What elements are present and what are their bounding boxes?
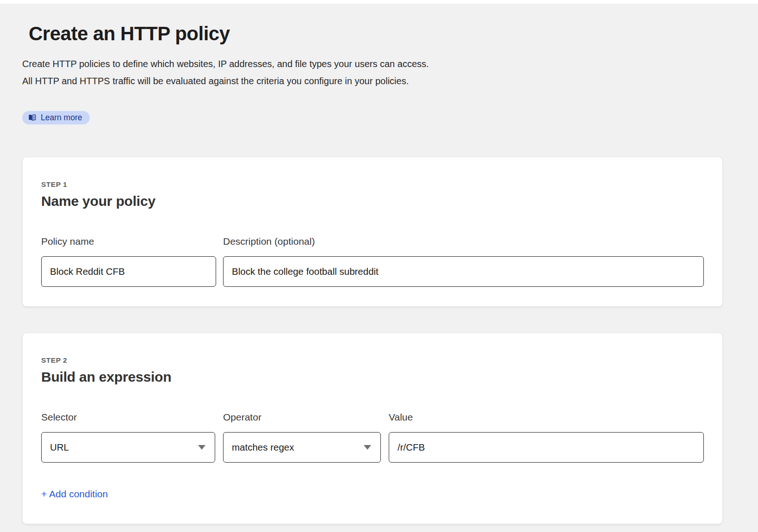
value-label: Value: [389, 412, 704, 423]
value-input[interactable]: [389, 432, 704, 463]
description-field-group: Description (optional): [223, 236, 704, 287]
learn-more-label: Learn more: [41, 113, 82, 123]
step1-label: STEP 1: [41, 180, 704, 189]
operator-label: Operator: [223, 412, 381, 423]
learn-more-button[interactable]: Learn more: [22, 111, 90, 124]
selector-field-group: Selector URL: [41, 412, 215, 463]
description-input[interactable]: [223, 256, 704, 287]
page-description: Create HTTP policies to define which web…: [22, 56, 736, 90]
step2-card: STEP 2 Build an expression Selector URL …: [22, 333, 723, 524]
step2-heading: Build an expression: [41, 369, 704, 385]
operator-field-group: Operator matches regex: [223, 412, 381, 463]
top-strip: [0, 0, 758, 4]
book-icon: [28, 113, 37, 122]
add-condition-link[interactable]: + Add condition: [41, 489, 108, 500]
operator-dropdown[interactable]: matches regex: [223, 432, 381, 463]
chevron-down-icon: [364, 445, 371, 450]
step1-heading: Name your policy: [41, 193, 704, 209]
description-line-1: Create HTTP policies to define which web…: [22, 56, 736, 73]
step1-card: STEP 1 Name your policy Policy name Desc…: [22, 157, 723, 307]
policy-name-input[interactable]: [41, 256, 216, 287]
selector-value: URL: [50, 442, 69, 453]
description-line-2: All HTTP and HTTPS traffic will be evalu…: [22, 73, 736, 90]
step2-label: STEP 2: [41, 356, 704, 365]
policy-name-label: Policy name: [41, 236, 216, 247]
step1-fields-row: Policy name Description (optional): [41, 236, 704, 287]
value-field-group: Value: [389, 412, 704, 463]
policy-name-field-group: Policy name: [41, 236, 216, 287]
condition-row: Selector URL Operator matches regex Valu…: [41, 412, 704, 463]
chevron-down-icon: [198, 445, 205, 450]
page-title: Create an HTTP policy: [29, 22, 736, 45]
operator-value: matches regex: [232, 442, 294, 453]
description-label: Description (optional): [223, 236, 704, 247]
selector-dropdown[interactable]: URL: [41, 432, 215, 463]
selector-label: Selector: [41, 412, 215, 423]
create-http-policy-page: Create an HTTP policy Create HTTP polici…: [0, 4, 758, 524]
